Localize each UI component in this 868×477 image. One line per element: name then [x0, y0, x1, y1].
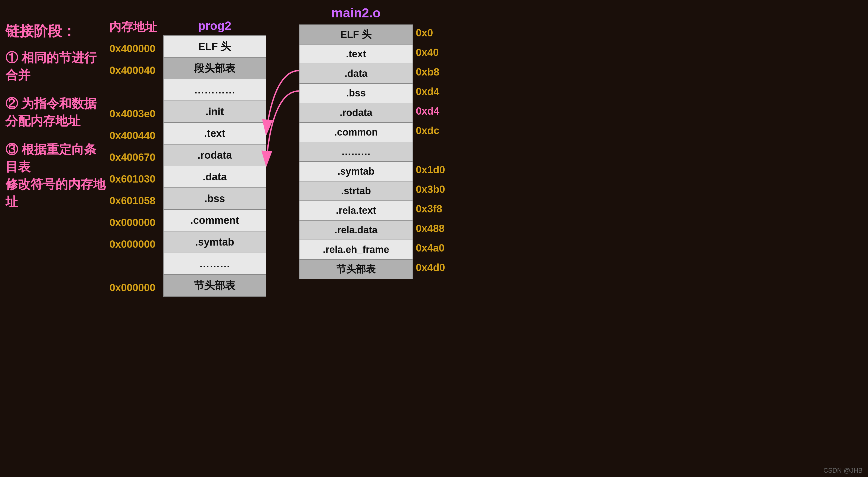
- addr-0x400000: 0x400000: [110, 43, 158, 55]
- right-address-column: 0x0 0x40 0xb8 0xd4 0xd4 0xdc 0x1d0 0x3b0…: [416, 23, 445, 277]
- prog2-segment-header: 段头部表: [163, 57, 266, 79]
- main2-symtab: .symtab: [299, 162, 413, 181]
- table-row: .bss: [299, 84, 413, 103]
- table-row: ………: [299, 142, 413, 162]
- memory-col-header: 内存地址: [106, 19, 160, 35]
- table-row: ………: [163, 253, 266, 275]
- prog2-init: .init: [163, 101, 266, 123]
- addr-0x4003e0: 0x4003e0: [110, 108, 158, 120]
- right-addr-0x0: 0x0: [416, 27, 433, 39]
- main2-rodata: .rodata: [299, 103, 413, 123]
- table-row: .comment: [163, 210, 266, 231]
- right-addr-0xd4-1: 0xd4: [416, 86, 439, 97]
- prog2-rodata: .rodata: [163, 144, 266, 166]
- addr-0x400040: 0x400040: [110, 65, 158, 76]
- instruction-item-3: ③ 根据重定向条目表修改符号的内存地址: [5, 141, 109, 211]
- addr-0x400440: 0x400440: [110, 130, 158, 141]
- table-row: .rela.data: [299, 220, 413, 240]
- right-addr-0x40: 0x40: [416, 47, 439, 58]
- main2-rela-eh-frame: .rela.eh_frame: [299, 240, 413, 259]
- addr-0x000000-2: 0x000000: [110, 238, 158, 250]
- table-row: .text: [299, 44, 413, 64]
- prog2-section-header: 节头部表: [163, 275, 266, 296]
- text-arrow: [266, 71, 299, 133]
- right-addr-0x3f8: 0x3f8: [416, 203, 442, 215]
- main2-common: .common: [299, 123, 413, 142]
- right-addr-0x3b0: 0x3b0: [416, 184, 445, 195]
- table-row: 节头部表: [163, 275, 266, 296]
- main2-dots: ………: [299, 142, 413, 162]
- prog2-data: .data: [163, 166, 266, 188]
- right-addr-0x4d0: 0x4d0: [416, 262, 445, 274]
- table-row: .rela.eh_frame: [299, 240, 413, 259]
- right-addr-0xdc: 0xdc: [416, 125, 439, 137]
- prog2-symtab: .symtab: [163, 231, 266, 253]
- table-row: .rela.text: [299, 201, 413, 220]
- table-row: .data: [163, 166, 266, 188]
- addr-0x000000-1: 0x000000: [110, 217, 158, 228]
- instruction-item-1: ① 相同的节进行合并: [5, 49, 109, 84]
- table-row: 段头部表: [163, 57, 266, 79]
- table-row: ELF 头: [299, 25, 413, 44]
- table-row: .symtab: [299, 162, 413, 181]
- table-row: .common: [299, 123, 413, 142]
- main2-section-header: 节头部表: [299, 259, 413, 279]
- right-addr-0x4a0: 0x4a0: [416, 242, 444, 254]
- table-row: .symtab: [163, 231, 266, 253]
- addr-0x400670: 0x400670: [110, 152, 158, 163]
- prog2-comment: .comment: [163, 210, 266, 231]
- instruction-item-2: ② 为指令和数据分配内存地址: [5, 95, 109, 130]
- prog2-dots2: ………: [163, 253, 266, 275]
- prog2-text: .text: [163, 123, 266, 144]
- main2-data: .data: [299, 64, 413, 84]
- watermark: CSDN @JHB: [824, 467, 863, 474]
- main2-strtab: .strtab: [299, 181, 413, 201]
- table-row: .rodata: [299, 103, 413, 123]
- table-row: .bss: [163, 188, 266, 210]
- main2-text: .text: [299, 44, 413, 64]
- main2-header: main2.o: [299, 5, 413, 20]
- right-addr-0xb8: 0xb8: [416, 66, 439, 78]
- table-row: 节头部表: [299, 259, 413, 279]
- table-row: .rodata: [163, 144, 266, 166]
- table-row: .init: [163, 101, 266, 123]
- memory-address-column: 内存地址 0x400000 0x400040 0x4003e0 0x400440…: [106, 19, 160, 298]
- data-arrow: [266, 91, 299, 164]
- prog2-bss: .bss: [163, 188, 266, 210]
- prog2-header: prog2: [163, 19, 266, 33]
- table-row: …………: [163, 79, 266, 101]
- right-addr-0x1d0: 0x1d0: [416, 164, 445, 176]
- table-row: .strtab: [299, 181, 413, 201]
- addr-0x601030: 0x601030: [110, 173, 158, 185]
- right-addr-0x488: 0x488: [416, 223, 444, 234]
- prog2-container: prog2 ELF 头 段头部表 ………… .init .text .rodat…: [163, 19, 266, 297]
- prog2-table: ELF 头 段头部表 ………… .init .text .rodata .dat…: [163, 35, 266, 297]
- main2-table: ELF 头 .text .data .bss .rodata .common ……: [299, 25, 413, 279]
- prog2-elf-head: ELF 头: [163, 36, 266, 57]
- left-panel: 链接阶段： ① 相同的节进行合并 ② 为指令和数据分配内存地址 ③ 根据重定向条…: [5, 22, 109, 221]
- right-addr-0xd4-2: 0xd4: [416, 105, 439, 117]
- prog2-dots1: …………: [163, 79, 266, 101]
- main2-elf-head: ELF 头: [299, 25, 413, 44]
- table-row: ELF 头: [163, 36, 266, 57]
- main2-container: main2.o ELF 头 .text .data .bss .rodata .…: [299, 5, 413, 279]
- instruction-title: 链接阶段：: [5, 22, 109, 41]
- main2-rela-data: .rela.data: [299, 220, 413, 240]
- table-row: .data: [299, 64, 413, 84]
- main2-bss: .bss: [299, 84, 413, 103]
- addr-0x601058: 0x601058: [110, 195, 158, 207]
- addr-0x000000-3: 0x000000: [110, 282, 158, 294]
- main2-rela-text: .rela.text: [299, 201, 413, 220]
- table-row: .text: [163, 123, 266, 144]
